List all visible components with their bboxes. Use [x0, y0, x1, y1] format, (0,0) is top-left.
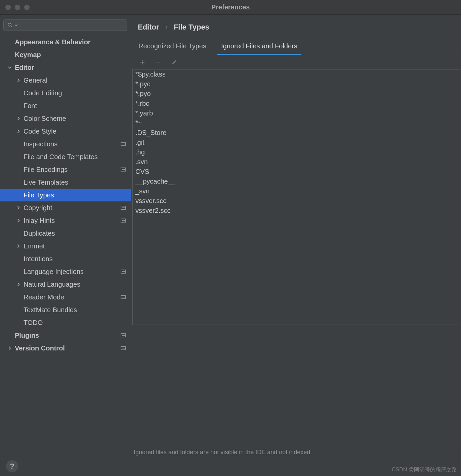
sidebar-item-inlay-hints[interactable]: Inlay Hints: [0, 214, 131, 227]
chevron-right-icon: [15, 116, 22, 121]
sidebar-item-label: TextMate Bundles: [24, 306, 77, 314]
scope-indicator-icon: [121, 206, 126, 210]
sidebar-item-appearance-behavior[interactable]: Appearance & Behavior: [0, 36, 131, 48]
settings-tree: Appearance & BehaviorKeymapEditorGeneral…: [0, 36, 131, 354]
remove-button[interactable]: [155, 58, 162, 66]
sidebar-item-language-injections[interactable]: Language Injections: [0, 265, 131, 278]
sidebar-item-emmet[interactable]: Emmet: [0, 240, 131, 252]
sidebar-item-general[interactable]: General: [0, 74, 131, 87]
help-button[interactable]: ?: [6, 460, 18, 472]
sidebar-item-label: Code Style: [24, 128, 56, 135]
chevron-right-icon: [7, 346, 13, 350]
titlebar: Preferences: [0, 0, 461, 15]
sidebar-item-duplicates[interactable]: Duplicates: [0, 227, 131, 240]
list-item[interactable]: *~: [133, 118, 461, 128]
sidebar-item-label: TODO: [24, 319, 43, 327]
list-item[interactable]: .DS_Store: [133, 128, 461, 138]
chevron-down-icon: [14, 23, 18, 27]
sidebar-item-label: Duplicates: [24, 230, 55, 237]
scope-indicator-icon: [121, 295, 126, 299]
plus-icon: [139, 59, 145, 65]
watermark: CSDN @阿汤哥的程序之路: [392, 466, 457, 473]
search-input[interactable]: [19, 22, 124, 29]
sidebar-item-live-templates[interactable]: Live Templates: [0, 176, 131, 189]
sidebar-item-label: Natural Languages: [24, 281, 80, 288]
minimize-window-button[interactable]: [15, 5, 20, 10]
sidebar-item-label: Intentions: [24, 255, 53, 263]
sidebar-item-inspections[interactable]: Inspections: [0, 138, 131, 150]
list-item[interactable]: *.yarb: [133, 108, 461, 118]
list-item[interactable]: _svn: [133, 186, 461, 196]
sidebar-item-keymap[interactable]: Keymap: [0, 48, 131, 61]
sidebar-item-label: File Types: [24, 191, 54, 199]
list-item[interactable]: *.pyc: [133, 79, 461, 89]
sidebar-item-plugins[interactable]: Plugins: [0, 329, 131, 342]
svg-point-0: [8, 23, 11, 26]
sidebar-item-label: Editor: [15, 64, 34, 72]
close-window-button[interactable]: [5, 5, 11, 10]
scope-indicator-icon: [121, 168, 126, 172]
edit-button[interactable]: [171, 58, 178, 66]
chevron-down-icon: [7, 65, 13, 69]
sidebar-item-intentions[interactable]: Intentions: [0, 252, 131, 265]
scope-indicator-icon: [121, 270, 126, 274]
list-item[interactable]: vssver.scc: [133, 196, 461, 206]
sidebar-item-label: Version Control: [15, 344, 65, 352]
sidebar-item-label: Appearance & Behavior: [15, 38, 91, 46]
zoom-window-button[interactable]: [24, 5, 30, 10]
sidebar-item-file-encodings[interactable]: File Encodings: [0, 163, 131, 176]
sidebar-item-label: File Encodings: [24, 166, 68, 174]
hint-text: Ignored files and folders are not visibl…: [131, 443, 461, 456]
scope-indicator-icon: [121, 142, 126, 146]
window-title: Preferences: [0, 3, 461, 11]
sidebar-item-label: Copyright: [24, 204, 52, 212]
content-panel: Editor › File Types Recognized File Type…: [131, 15, 461, 456]
sidebar-item-copyright[interactable]: Copyright: [0, 201, 131, 214]
tab-ignored-files-and-folders[interactable]: Ignored Files and Folders: [220, 39, 298, 55]
list-item[interactable]: .hg: [133, 147, 461, 157]
window-controls: [0, 5, 30, 10]
chevron-right-icon: [15, 78, 22, 82]
pencil-icon: [171, 59, 177, 65]
sidebar-item-label: Reader Mode: [24, 293, 64, 301]
list-item[interactable]: *$py.class: [133, 69, 461, 79]
sidebar-item-code-style[interactable]: Code Style: [0, 125, 131, 138]
sidebar-item-label: Color Scheme: [24, 115, 66, 123]
main-area: Appearance & BehaviorKeymapEditorGeneral…: [0, 15, 461, 456]
search-icon: [7, 22, 13, 28]
list-item[interactable]: CVS: [133, 167, 461, 177]
list-item[interactable]: .git: [133, 138, 461, 147]
sidebar-item-label: General: [24, 77, 47, 84]
svg-line-1: [11, 26, 12, 27]
list-item[interactable]: vssver2.scc: [133, 206, 461, 216]
chevron-right-icon: [15, 282, 22, 286]
scope-indicator-icon: [121, 346, 126, 350]
scope-indicator-icon: [121, 219, 126, 223]
add-button[interactable]: [138, 58, 146, 66]
sidebar-item-file-and-code-templates[interactable]: File and Code Templates: [0, 150, 131, 163]
sidebar-item-font[interactable]: Font: [0, 99, 131, 112]
sidebar-item-file-types[interactable]: File Types: [0, 189, 131, 201]
list-item[interactable]: *.pyo: [133, 89, 461, 99]
sidebar-item-textmate-bundles[interactable]: TextMate Bundles: [0, 303, 131, 316]
sidebar-item-todo[interactable]: TODO: [0, 316, 131, 329]
sidebar-item-label: Plugins: [15, 332, 39, 339]
sidebar-item-color-scheme[interactable]: Color Scheme: [0, 112, 131, 125]
sidebar-item-label: Inlay Hints: [24, 217, 55, 225]
list-item[interactable]: .svn: [133, 157, 461, 167]
scope-indicator-icon: [121, 333, 126, 337]
breadcrumb-root: Editor: [138, 23, 159, 32]
breadcrumb-separator: ›: [165, 23, 168, 32]
chevron-right-icon: [15, 206, 22, 210]
tab-recognized-file-types[interactable]: Recognized File Types: [138, 39, 207, 55]
list-item[interactable]: *.rbc: [133, 99, 461, 108]
sidebar-item-natural-languages[interactable]: Natural Languages: [0, 278, 131, 291]
list-item[interactable]: __pycache__: [133, 177, 461, 186]
sidebar-item-label: File and Code Templates: [24, 153, 98, 161]
ignored-patterns-list[interactable]: *$py.class*.pyc*.pyo*.rbc*.yarb*~.DS_Sto…: [132, 69, 461, 325]
sidebar-item-code-editing[interactable]: Code Editing: [0, 87, 131, 99]
search-field[interactable]: [3, 19, 127, 31]
sidebar-item-version-control[interactable]: Version Control: [0, 342, 131, 354]
sidebar-item-reader-mode[interactable]: Reader Mode: [0, 291, 131, 303]
sidebar-item-editor[interactable]: Editor: [0, 61, 131, 74]
